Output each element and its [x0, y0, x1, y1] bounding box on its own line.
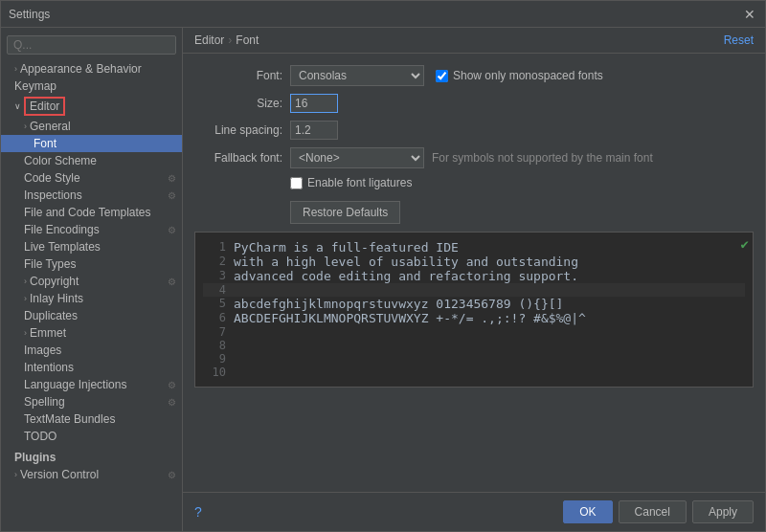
help-icon[interactable]: ? [194, 504, 202, 520]
settings-icon: ⚙ [168, 277, 176, 287]
size-input[interactable] [290, 94, 338, 113]
chevron-right-icon: › [24, 294, 27, 303]
search-input[interactable] [7, 35, 176, 55]
titlebar: Settings ✕ [1, 1, 765, 28]
ok-button[interactable]: OK [563, 500, 612, 523]
cancel-button[interactable]: Cancel [619, 500, 687, 523]
sidebar-item-inspections[interactable]: Inspections ⚙ [1, 187, 182, 204]
chevron-right-icon: › [14, 64, 17, 74]
line-number: 5 [203, 297, 226, 311]
preview-line-9: 9 [203, 352, 745, 366]
line-spacing-input[interactable] [290, 121, 338, 140]
sidebar-item-label: Copyright [30, 275, 79, 288]
line-number: 2 [203, 255, 226, 269]
sidebar-item-textmate[interactable]: TextMate Bundles [1, 410, 182, 428]
font-select[interactable]: Consolas [290, 65, 424, 86]
sidebar-item-code-style[interactable]: Code Style ⚙ [1, 169, 182, 187]
sidebar-item-file-types[interactable]: File Types [1, 255, 182, 273]
check-icon: ✔ [741, 236, 749, 252]
sidebar-item-general[interactable]: › General [1, 118, 182, 135]
line-content: PyCharm is a full-featured IDE [234, 240, 745, 255]
settings-icon: ⚙ [168, 380, 176, 390]
line-content: ABCDEFGHIJKLMNOPQRSTUVWXYZ +-*/= .,;:!? … [234, 311, 745, 325]
sidebar-item-duplicates[interactable]: Duplicates [1, 307, 182, 324]
chevron-right-icon: › [24, 277, 27, 286]
breadcrumb-current: Font [236, 33, 259, 47]
main-content: › Appearance & Behavior Keymap ∨ Editor … [1, 28, 765, 531]
close-button[interactable]: ✕ [742, 7, 757, 22]
sidebar-item-label: Editor [24, 97, 65, 116]
sidebar-item-live-templates[interactable]: Live Templates [1, 238, 182, 255]
settings-icon: ⚙ [168, 173, 176, 184]
settings-window: Settings ✕ › Appearance & Behavior Keyma… [0, 0, 766, 532]
sidebar-item-color-scheme[interactable]: Color Scheme [1, 152, 182, 169]
apply-button[interactable]: Apply [692, 500, 754, 523]
sidebar-item-label: General [30, 120, 71, 133]
sidebar-section-label: Plugins [14, 451, 56, 464]
restore-defaults-button[interactable]: Restore Defaults [290, 201, 400, 224]
font-preview: ✔ 1 PyCharm is a full-featured IDE 2 wit… [194, 232, 754, 388]
sidebar-item-label: Color Scheme [24, 154, 97, 167]
sidebar-item-label: Spelling [24, 395, 65, 409]
line-content [234, 283, 745, 297]
sidebar-item-file-encodings[interactable]: File Encodings ⚙ [1, 221, 182, 238]
fallback-select[interactable]: <None> [290, 147, 424, 168]
sidebar-item-emmet[interactable]: › Emmet [1, 324, 182, 342]
preview-line-10: 10 [203, 366, 745, 379]
sidebar-item-label: Images [24, 344, 61, 357]
sidebar-item-editor[interactable]: ∨ Editor [1, 95, 182, 118]
sidebar: › Appearance & Behavior Keymap ∨ Editor … [1, 28, 183, 531]
line-content: advanced code editing and refactoring su… [234, 269, 745, 283]
sidebar-item-label: Duplicates [24, 309, 78, 322]
font-label: Font: [194, 69, 290, 82]
sidebar-item-version-control[interactable]: › Version Control ⚙ [1, 466, 182, 483]
sidebar-item-keymap[interactable]: Keymap [1, 78, 182, 95]
ligatures-checkbox[interactable] [290, 177, 303, 189]
sidebar-item-intentions[interactable]: Intentions [1, 359, 182, 376]
chevron-right-icon: › [24, 328, 27, 338]
sidebar-item-label: Font [34, 137, 56, 150]
preview-line-3: 3 advanced code editing and refactoring … [203, 269, 745, 283]
font-settings-panel: Font: Consolas Show only monospaced font… [183, 54, 765, 492]
sidebar-item-images[interactable]: Images [1, 342, 182, 359]
sidebar-item-appearance[interactable]: › Appearance & Behavior [1, 60, 182, 78]
line-content: abcdefghijklmnopqrstuvwxyz 0123456789 ()… [234, 297, 745, 311]
sidebar-item-file-code-templates[interactable]: File and Code Templates [1, 204, 182, 221]
line-content [234, 352, 745, 366]
sidebar-item-label: TextMate Bundles [24, 412, 115, 426]
line-number: 6 [203, 311, 226, 325]
breadcrumb-separator: › [228, 33, 232, 47]
monospaced-checkbox[interactable] [436, 70, 448, 82]
sidebar-item-language-injections[interactable]: Language Injections ⚙ [1, 376, 182, 393]
settings-icon: ⚙ [168, 190, 176, 201]
search-bar [1, 32, 182, 58]
sidebar-item-label: Intentions [24, 361, 74, 374]
settings-icon: ⚙ [168, 470, 176, 480]
sidebar-item-label: Language Injections [24, 378, 126, 391]
breadcrumb-parent: Editor [194, 33, 224, 47]
ligatures-label: Enable font ligatures [307, 176, 412, 189]
sidebar-item-label: Live Templates [24, 240, 101, 254]
sidebar-item-inlay-hints[interactable]: › Inlay Hints [1, 290, 182, 307]
sidebar-item-font[interactable]: Font [1, 135, 182, 152]
sidebar-item-label: Inlay Hints [30, 292, 83, 305]
preview-line-2: 2 with a high level of usability and out… [203, 255, 745, 269]
preview-line-4: 4 [203, 283, 745, 297]
line-number: 10 [203, 366, 226, 379]
sidebar-item-todo[interactable]: TODO [1, 428, 182, 445]
sidebar-item-label: File Encodings [24, 223, 100, 236]
line-number: 4 [203, 283, 226, 297]
sidebar-section-plugins: Plugins [1, 445, 182, 466]
chevron-right-icon: › [14, 470, 17, 479]
sidebar-item-spelling[interactable]: Spelling ⚙ [1, 393, 182, 410]
sidebar-item-label: Inspections [24, 188, 82, 202]
sidebar-item-copyright[interactable]: › Copyright ⚙ [1, 273, 182, 290]
line-number: 8 [203, 339, 226, 352]
preview-line-6: 6 ABCDEFGHIJKLMNOPQRSTUVWXYZ +-*/= .,;:!… [203, 311, 745, 325]
monospaced-label: Show only monospaced fonts [453, 69, 603, 82]
titlebar-controls: ✕ [742, 7, 757, 22]
sidebar-item-label: Code Style [24, 171, 80, 185]
reset-link[interactable]: Reset [724, 33, 754, 47]
line-number: 1 [203, 240, 226, 255]
preview-line-7: 7 [203, 325, 745, 339]
